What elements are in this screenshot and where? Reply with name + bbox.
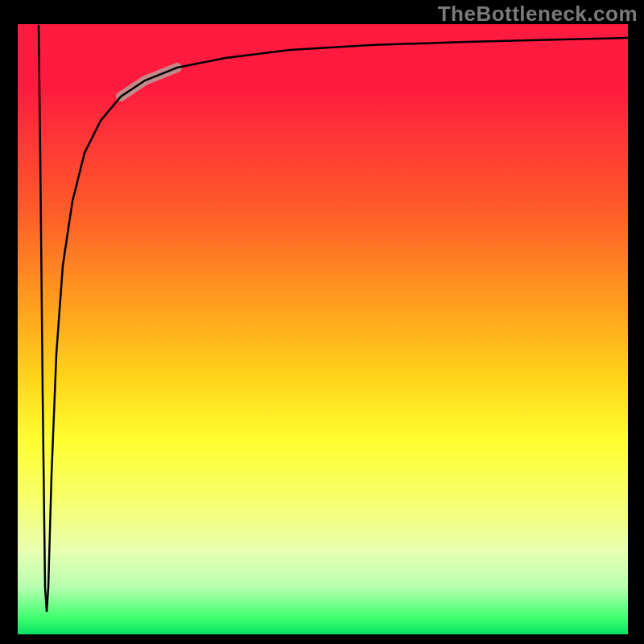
curve-svg — [16, 24, 628, 636]
y-axis — [16, 24, 18, 636]
bottleneck-curve — [39, 26, 628, 612]
chart-container: TheBottleneck.com — [0, 0, 644, 644]
x-axis — [16, 634, 628, 636]
watermark-text: TheBottleneck.com — [438, 2, 638, 27]
